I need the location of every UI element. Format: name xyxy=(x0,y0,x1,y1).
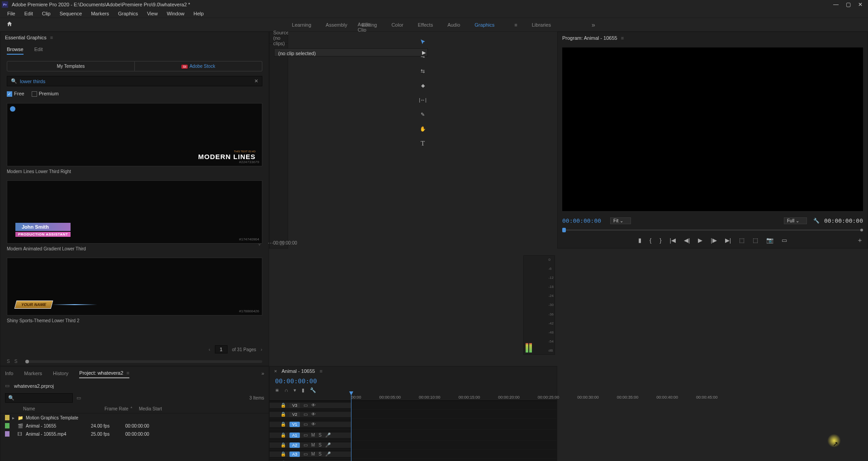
menu-clip[interactable]: Clip xyxy=(38,10,55,17)
workspace-effects[interactable]: Effects xyxy=(418,22,433,28)
filter-icon[interactable]: ▭ xyxy=(76,395,81,401)
hand-tool-icon[interactable]: ✋ xyxy=(419,125,427,133)
checkbox-premium-icon[interactable] xyxy=(32,91,37,97)
lock-icon[interactable]: 🔒 xyxy=(280,442,286,447)
workspace-color[interactable]: Color xyxy=(391,22,403,28)
ripple-edit-tool-icon[interactable]: ⇆ xyxy=(419,67,427,75)
export-frame-button[interactable]: 📷 xyxy=(766,237,773,244)
panel-menu-icon[interactable]: ≡ xyxy=(127,370,129,376)
eg-result-item[interactable]: YOUR NAME #178866426 Shiny Sports-Themed… xyxy=(7,258,262,323)
track-label-a3[interactable]: A3 xyxy=(289,452,300,457)
track-label-a1[interactable]: A1 xyxy=(289,433,300,438)
panel-menu-icon[interactable]: ≡ xyxy=(621,35,624,41)
project-search-input[interactable]: 🔍 xyxy=(5,393,73,403)
expand-arrow-icon[interactable]: ▶ xyxy=(422,50,426,56)
eye-icon[interactable]: 👁 xyxy=(311,422,316,427)
track-label-v3[interactable]: V3 xyxy=(289,403,300,408)
menu-help[interactable]: Help xyxy=(189,10,209,17)
add-button-icon[interactable]: ＋ xyxy=(857,236,863,245)
type-tool-icon[interactable]: T xyxy=(419,139,427,147)
eg-thumbnail[interactable]: YOUR NAME #178866426 xyxy=(7,258,262,315)
wrench-icon[interactable]: 🔧 xyxy=(310,387,316,393)
extract-button[interactable]: ⬚ xyxy=(753,237,758,244)
menu-file[interactable]: File xyxy=(3,10,20,17)
eg-subtab-adobe-stock[interactable]: StAdobe Stock xyxy=(135,61,262,71)
panel-menu-icon[interactable]: ≡ xyxy=(50,35,53,40)
menu-edit[interactable]: Edit xyxy=(20,10,38,17)
program-timecode-left[interactable]: 00:00:00:00 xyxy=(562,217,601,224)
filter-premium[interactable]: Premium xyxy=(32,91,59,97)
mute-button[interactable]: M xyxy=(311,442,315,447)
eg-result-item[interactable]: John Smith PRODUCTION ASSISTANT #1747409… xyxy=(7,180,262,251)
track-label-v1[interactable]: V1 xyxy=(289,422,300,427)
step-back-button[interactable]: ◀| xyxy=(684,237,690,244)
step-forward-button[interactable]: |▶ xyxy=(711,237,716,244)
workspace-overflow-icon[interactable]: » xyxy=(592,21,595,28)
solo-button[interactable]: S xyxy=(318,433,322,437)
linked-selection-icon[interactable]: ∩ xyxy=(285,387,288,393)
lock-icon[interactable]: 🔒 xyxy=(280,412,286,417)
project-row[interactable]: 🎬 Animal - 10655 24.00 fps 00:00:00:00 xyxy=(0,422,269,430)
razor-tool-icon[interactable]: ◆ xyxy=(419,81,427,89)
video-track[interactable]: 🔒V1▭👁 xyxy=(270,419,557,430)
timeline-playhead[interactable] xyxy=(351,392,351,461)
program-scrubber[interactable] xyxy=(562,228,863,232)
add-marker-icon[interactable]: ▾ xyxy=(294,387,296,393)
voiceover-icon[interactable]: 🎤 xyxy=(325,442,331,447)
timeline-settings-icon[interactable]: ▮ xyxy=(302,387,304,393)
toggle-output-icon[interactable]: ▭ xyxy=(304,433,308,437)
playhead-icon[interactable] xyxy=(562,228,566,232)
pager-next-icon[interactable]: › xyxy=(261,347,262,352)
track-label-a2[interactable]: A2 xyxy=(289,442,300,448)
eg-thumbnail[interactable]: THIS TEXT IS HD MODERN LINES #224733679 xyxy=(7,103,262,166)
project-row[interactable]: 🎞 Animal - 10655.mp4 25.00 fps 00:00:00:… xyxy=(0,430,269,438)
pager-prev-icon[interactable]: ‹ xyxy=(209,347,210,352)
eg-result-item[interactable]: THIS TEXT IS HD MODERN LINES #224733679 … xyxy=(7,103,262,174)
tab-info[interactable]: Info xyxy=(5,369,13,378)
timeline-timecode[interactable]: 00:00:00:00 xyxy=(275,377,317,385)
lift-button[interactable]: ⬚ xyxy=(739,237,745,244)
workspace-learning[interactable]: Learning xyxy=(292,22,311,28)
end-marker-icon[interactable] xyxy=(860,229,863,231)
workspace-libraries[interactable]: Libraries xyxy=(532,22,551,28)
eg-tab-edit[interactable]: Edit xyxy=(34,45,43,55)
tab-project[interactable]: Project: whatevera2 ≡ xyxy=(79,368,129,378)
maximize-button[interactable]: ▢ xyxy=(846,1,851,8)
lock-icon[interactable]: 🔒 xyxy=(280,452,286,456)
lock-icon[interactable]: 🔒 xyxy=(280,422,286,427)
wrench-icon[interactable]: 🔧 xyxy=(813,218,820,224)
menu-view[interactable]: View xyxy=(142,10,162,17)
go-to-in-button[interactable]: |◀ xyxy=(670,237,676,244)
lock-icon[interactable]: 🔒 xyxy=(280,433,286,437)
menu-sequence[interactable]: Sequence xyxy=(55,10,87,17)
comparison-view-button[interactable]: ▭ xyxy=(782,237,787,244)
workspace-menu-icon[interactable]: ≡ xyxy=(514,22,517,28)
add-marker-button[interactable]: ▮ xyxy=(638,237,641,244)
keyframe-icon[interactable]: ◻ xyxy=(280,240,284,246)
col-name[interactable]: Name xyxy=(23,406,104,411)
menu-window[interactable]: Window xyxy=(162,10,189,17)
panel-menu-icon[interactable]: ≡ xyxy=(319,368,322,374)
snap-icon[interactable]: ⋇ xyxy=(275,387,279,393)
project-row[interactable]: ▸ 📁 Motion Graphics Template xyxy=(0,414,269,422)
expand-icon[interactable]: ▸ xyxy=(12,415,18,420)
audio-track[interactable]: 🔒A1▭MS🎤 xyxy=(270,430,557,441)
menu-graphics[interactable]: Graphics xyxy=(114,10,142,17)
col-frame-rate[interactable]: Frame Rate˄ xyxy=(104,406,139,411)
mark-out-button[interactable]: } xyxy=(659,237,661,244)
eye-icon[interactable]: 👁 xyxy=(311,412,316,417)
eg-thumbnail[interactable]: John Smith PRODUCTION ASSISTANT #1747409… xyxy=(7,180,262,244)
col-media-start[interactable]: Media Start xyxy=(139,406,175,411)
menu-markers[interactable]: Markers xyxy=(86,10,114,17)
minimize-button[interactable]: — xyxy=(833,1,839,8)
pager-current[interactable]: 1 xyxy=(215,345,228,353)
tabs-overflow-icon[interactable]: » xyxy=(261,371,264,376)
effects-icon[interactable]: ⋯ xyxy=(268,240,273,246)
label-swatch[interactable] xyxy=(5,431,9,437)
tab-markers[interactable]: Markers xyxy=(24,369,42,378)
master-track[interactable]: 🔒Master0.0 ⤢ xyxy=(270,459,557,461)
eye-icon[interactable]: 👁 xyxy=(311,403,316,408)
label-swatch[interactable] xyxy=(5,415,9,420)
selection-tool-icon[interactable] xyxy=(419,38,427,46)
solo-button[interactable]: S xyxy=(318,442,322,447)
